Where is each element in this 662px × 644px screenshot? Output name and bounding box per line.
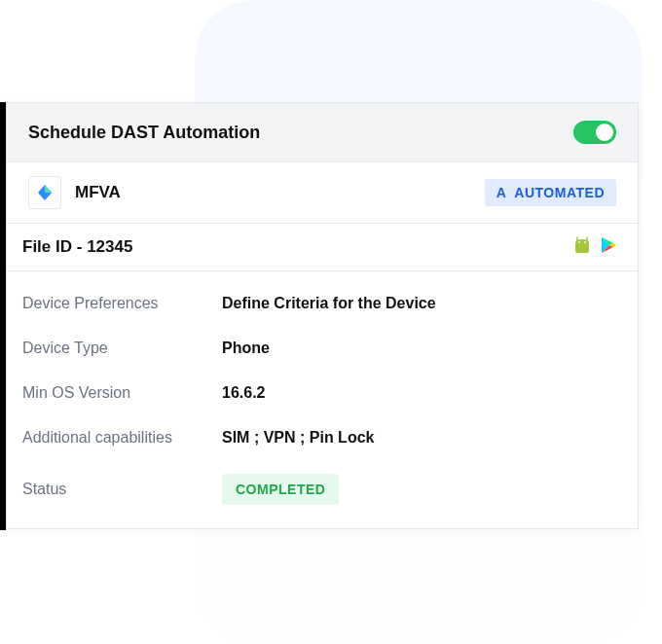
value-min-os: 16.6.2 <box>222 384 265 402</box>
label-capabilities: Additional capabilities <box>22 429 222 447</box>
file-id-label: File ID - <box>22 237 87 256</box>
details-section: Device Preferences Define Criteria for t… <box>7 271 638 528</box>
android-icon <box>573 235 591 259</box>
dast-automation-card: Schedule DAST Automation MFVA A AUTOMATE… <box>6 102 639 529</box>
platform-icons <box>573 235 616 259</box>
badge-label: AUTOMATED <box>514 185 605 200</box>
toggle-knob <box>596 124 613 141</box>
app-row: MFVA A AUTOMATED <box>7 162 638 224</box>
row-status: Status COMPLETED <box>7 460 638 519</box>
label-device-type: Device Type <box>22 340 222 357</box>
play-store-icon <box>601 236 616 258</box>
row-device-type: Device Type Phone <box>7 326 638 371</box>
file-id-row: File ID - 12345 <box>7 224 638 271</box>
status-badge: COMPLETED <box>222 474 339 505</box>
app-name: MFVA <box>75 183 121 202</box>
card-header: Schedule DAST Automation <box>7 103 638 162</box>
value-device-preferences: Define Criteria for the Device <box>222 295 436 312</box>
row-device-preferences: Device Preferences Define Criteria for t… <box>7 281 638 326</box>
value-device-type: Phone <box>222 340 270 357</box>
app-icon <box>28 176 61 209</box>
automated-badge: A AUTOMATED <box>485 179 616 206</box>
status-badge-wrapper: COMPLETED <box>222 474 339 505</box>
label-min-os: Min OS Version <box>22 384 222 402</box>
svg-point-1 <box>584 241 586 243</box>
label-device-preferences: Device Preferences <box>22 295 222 312</box>
badge-prefix: A <box>496 185 507 200</box>
svg-point-0 <box>578 241 580 243</box>
automation-toggle[interactable] <box>573 121 616 144</box>
file-id-text: File ID - 12345 <box>22 237 132 257</box>
decorative-black-bar <box>0 102 6 530</box>
card-title: Schedule DAST Automation <box>28 123 260 143</box>
app-left: MFVA <box>28 176 121 209</box>
label-status: Status <box>22 481 222 498</box>
row-min-os: Min OS Version 16.6.2 <box>7 371 638 415</box>
value-capabilities: SIM ; VPN ; Pin Lock <box>222 429 374 447</box>
row-capabilities: Additional capabilities SIM ; VPN ; Pin … <box>7 415 638 460</box>
file-id-value: 12345 <box>87 237 132 256</box>
